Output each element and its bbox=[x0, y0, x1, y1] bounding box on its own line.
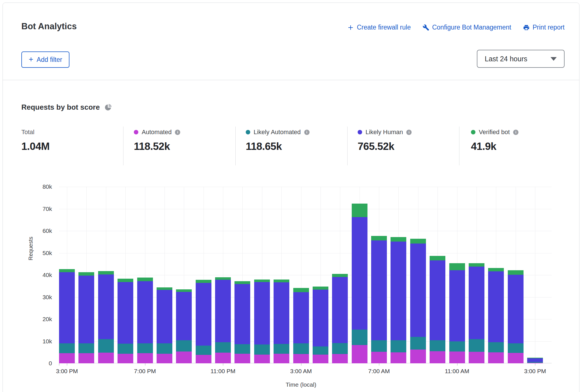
bar-segment-likely-human[interactable] bbox=[254, 282, 270, 344]
bar-segment-likely-automated[interactable] bbox=[313, 346, 328, 354]
bar-segment-likely-automated[interactable] bbox=[352, 330, 367, 345]
bar-segment-automated[interactable] bbox=[215, 353, 231, 363]
bar-segment-verified-bot[interactable] bbox=[59, 269, 75, 272]
bar-6-00-pm[interactable] bbox=[118, 187, 133, 363]
bar-segment-likely-human[interactable] bbox=[430, 260, 445, 340]
bar-segment-likely-automated[interactable] bbox=[234, 344, 250, 354]
bar-segment-automated[interactable] bbox=[430, 351, 445, 363]
bar-segment-likely-automated[interactable] bbox=[137, 343, 153, 353]
action-link-configure-bot-management[interactable]: Configure Bot Management bbox=[423, 24, 511, 31]
bar-segment-automated[interactable] bbox=[449, 352, 465, 363]
bar-segment-automated[interactable] bbox=[78, 353, 94, 363]
bar-3-00-pm[interactable] bbox=[59, 187, 75, 363]
bar-segment-verified-bot[interactable] bbox=[215, 277, 231, 280]
bar-segment-likely-automated[interactable] bbox=[371, 340, 387, 352]
bar-5-00-am[interactable] bbox=[332, 187, 348, 363]
bar-segment-likely-automated[interactable] bbox=[176, 340, 192, 352]
bar-segment-likely-automated[interactable] bbox=[527, 362, 543, 362]
bar-segment-likely-human[interactable] bbox=[78, 276, 94, 344]
bar-segment-verified-bot[interactable] bbox=[352, 204, 367, 217]
bar-segment-automated[interactable] bbox=[59, 353, 75, 363]
bar-3-00-am[interactable] bbox=[293, 187, 309, 363]
bar-segment-likely-human[interactable] bbox=[215, 280, 231, 342]
bar-segment-likely-human[interactable] bbox=[293, 292, 309, 343]
bar-9-00-am[interactable] bbox=[410, 187, 426, 363]
bar-segment-verified-bot[interactable] bbox=[78, 272, 94, 276]
bar-segment-likely-human[interactable] bbox=[157, 290, 172, 343]
bar-segment-automated[interactable] bbox=[410, 350, 426, 363]
bar-segment-likely-automated[interactable] bbox=[196, 346, 211, 355]
bar-segment-verified-bot[interactable] bbox=[508, 270, 524, 275]
bar-segment-likely-automated[interactable] bbox=[410, 337, 426, 350]
bar-segment-automated[interactable] bbox=[469, 352, 484, 363]
bar-segment-likely-human[interactable] bbox=[118, 282, 133, 344]
bar-5-00-pm[interactable] bbox=[98, 187, 114, 363]
bar-segment-automated[interactable] bbox=[508, 353, 524, 363]
time-range-dropdown[interactable]: Last 24 hours bbox=[477, 50, 565, 68]
bar-segment-likely-human[interactable] bbox=[391, 242, 406, 340]
bar-segment-verified-bot[interactable] bbox=[196, 280, 211, 283]
bar-segment-automated[interactable] bbox=[371, 352, 387, 363]
bar-segment-likely-human[interactable] bbox=[371, 240, 387, 340]
bar-segment-verified-bot[interactable] bbox=[469, 263, 484, 267]
bar-segment-likely-automated[interactable] bbox=[332, 343, 348, 354]
bar-segment-verified-bot[interactable] bbox=[449, 263, 465, 270]
bar-11-00-am[interactable] bbox=[449, 187, 465, 363]
bar-segment-likely-human[interactable] bbox=[137, 281, 153, 343]
bar-segment-likely-human[interactable] bbox=[234, 284, 250, 344]
bar-segment-verified-bot[interactable] bbox=[137, 278, 153, 281]
bar-segment-likely-automated[interactable] bbox=[98, 339, 114, 352]
bar-3-00-pm[interactable] bbox=[527, 187, 543, 363]
bar-segment-likely-automated[interactable] bbox=[293, 343, 309, 354]
bar-segment-verified-bot[interactable] bbox=[176, 289, 192, 292]
bar-segment-automated[interactable] bbox=[98, 353, 114, 363]
bar-11-00-pm[interactable] bbox=[215, 187, 231, 363]
bar-segment-automated[interactable] bbox=[118, 354, 133, 363]
bar-6-00-am[interactable] bbox=[352, 187, 367, 363]
bar-segment-verified-bot[interactable] bbox=[410, 239, 426, 243]
bar-segment-automated[interactable] bbox=[157, 354, 172, 363]
action-link-create-firewall-rule[interactable]: Create firewall rule bbox=[347, 24, 411, 31]
info-icon[interactable]: i bbox=[406, 130, 412, 135]
bar-segment-verified-bot[interactable] bbox=[274, 280, 289, 282]
bar-2-00-pm[interactable] bbox=[508, 187, 524, 363]
bar-segment-verified-bot[interactable] bbox=[157, 287, 172, 290]
action-link-print-report[interactable]: Print report bbox=[523, 24, 565, 31]
bar-segment-automated[interactable] bbox=[352, 345, 367, 363]
bar-segment-likely-automated[interactable] bbox=[157, 343, 172, 354]
bar-segment-likely-human[interactable] bbox=[313, 290, 328, 347]
add-filter-button[interactable]: + Add filter bbox=[21, 51, 69, 68]
bar-segment-automated[interactable] bbox=[274, 354, 289, 363]
bar-8-00-pm[interactable] bbox=[157, 187, 172, 363]
bar-7-00-pm[interactable] bbox=[137, 187, 153, 363]
bar-7-00-am[interactable] bbox=[371, 187, 387, 363]
bar-segment-likely-human[interactable] bbox=[488, 271, 504, 342]
bar-segment-verified-bot[interactable] bbox=[371, 236, 387, 240]
bar-segment-likely-human[interactable] bbox=[410, 244, 426, 337]
info-icon[interactable]: i bbox=[175, 130, 180, 135]
bar-segment-verified-bot[interactable] bbox=[488, 268, 504, 272]
bar-segment-automated[interactable] bbox=[176, 352, 192, 363]
bar-8-00-am[interactable] bbox=[391, 187, 406, 363]
bar-segment-likely-human[interactable] bbox=[527, 358, 543, 362]
bar-segment-verified-bot[interactable] bbox=[332, 274, 348, 277]
bar-segment-likely-automated[interactable] bbox=[449, 341, 465, 352]
bar-10-00-am[interactable] bbox=[430, 187, 445, 363]
bar-segment-verified-bot[interactable] bbox=[313, 287, 328, 290]
bar-segment-likely-automated[interactable] bbox=[488, 342, 504, 352]
bar-segment-likely-human[interactable] bbox=[98, 274, 114, 339]
bar-segment-verified-bot[interactable] bbox=[527, 358, 543, 358]
bar-segment-verified-bot[interactable] bbox=[254, 280, 270, 282]
bar-4-00-pm[interactable] bbox=[78, 187, 94, 363]
bar-segment-verified-bot[interactable] bbox=[234, 281, 250, 284]
bar-12-00-pm[interactable] bbox=[469, 187, 484, 363]
bar-segment-likely-human[interactable] bbox=[196, 283, 211, 346]
bar-segment-likely-human[interactable] bbox=[469, 267, 484, 339]
bar-segment-automated[interactable] bbox=[137, 353, 153, 363]
bar-segment-likely-human[interactable] bbox=[508, 275, 524, 343]
bar-segment-automated[interactable] bbox=[234, 354, 250, 363]
bar-segment-likely-automated[interactable] bbox=[430, 340, 445, 351]
bar-segment-likely-automated[interactable] bbox=[254, 344, 270, 354]
bar-segment-likely-automated[interactable] bbox=[391, 340, 406, 352]
bar-segment-likely-automated[interactable] bbox=[78, 343, 94, 353]
